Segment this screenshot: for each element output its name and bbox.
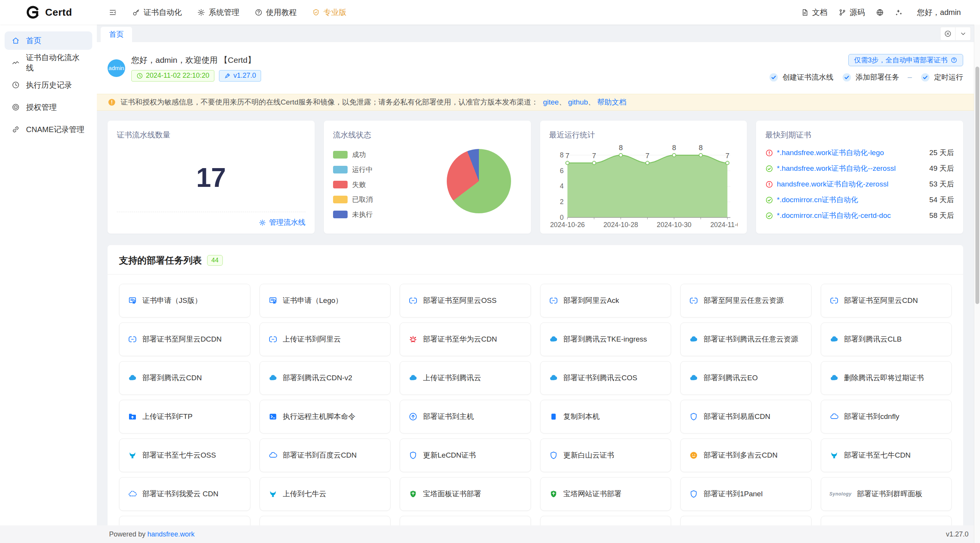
task-label: 部署证书到1Panel: [704, 489, 763, 499]
sidebar-item-执行历史记录[interactable]: 执行历史记录: [5, 76, 92, 94]
tab-home[interactable]: 首页: [101, 27, 132, 42]
setup-steps: 创建证书流水线添加部署任务–定时运行: [769, 72, 963, 82]
task-card-部署到腾讯云EO[interactable]: 部署到腾讯云EO: [680, 361, 812, 395]
svg-text:7: 7: [592, 152, 596, 160]
task-card-部署证书到我爱云 CDN[interactable]: 部署证书到我爱云 CDN: [119, 477, 250, 511]
sidebar-item-首页[interactable]: 首页: [5, 31, 92, 50]
task-card-clipped[interactable]: [260, 516, 391, 525]
task-label: 宝塔面板证书部署: [423, 489, 481, 499]
task-card-上传证书到FTP[interactable]: 上传证书到FTP: [119, 400, 250, 433]
scrollbar-thumb[interactable]: [975, 67, 979, 304]
task-card-部署证书到腾讯云COS[interactable]: 部署证书到腾讯云COS: [540, 361, 671, 395]
nav-item-系统管理[interactable]: 系统管理: [191, 0, 246, 25]
tab-close-button[interactable]: [940, 27, 956, 41]
pipeline-count-card: 证书流水线数量 17 管理流水线: [108, 121, 315, 234]
task-label: 部署证书到群晖面板: [857, 489, 923, 499]
task-card-更新白山云证书[interactable]: 更新白山云证书: [540, 438, 671, 472]
svg-text:7: 7: [725, 152, 729, 160]
task-card-证书申请（Lego）[interactable]: 证书申请（Lego）: [260, 284, 391, 317]
task-card-部署证书到多吉云CDN[interactable]: 部署证书到多吉云CDN: [680, 438, 812, 472]
nav-item-证书自动化[interactable]: 证书自动化: [126, 0, 188, 25]
cert-name-link[interactable]: *.handsfree.work证书自动化--zerossl: [777, 164, 923, 173]
expire-warning-icon: [765, 180, 773, 188]
task-card-部署证书至七牛云OSS[interactable]: 部署证书至七牛云OSS: [119, 438, 250, 472]
task-card-部署证书到主机[interactable]: 部署证书到主机: [400, 400, 531, 433]
task-card-部署证书到腾讯云任意云资源[interactable]: 部署证书到腾讯云任意云资源: [680, 322, 812, 356]
task-card-clipped[interactable]: [540, 516, 671, 525]
task-label: 复制到本机: [564, 412, 600, 422]
task-card-更新LeCDN证书[interactable]: 更新LeCDN证书: [400, 438, 531, 472]
expiring-cert-row: *.handsfree.work证书自动化-lego25 天后: [765, 148, 954, 158]
sidebar-item-证书自动化流水线[interactable]: 证书自动化流水线: [5, 54, 92, 72]
sidebar-item-授权管理[interactable]: 授权管理: [5, 98, 92, 116]
aliyun-icon: [689, 296, 698, 305]
task-card-部署到腾讯云TKE-ingress[interactable]: 部署到腾讯云TKE-ingress: [540, 322, 671, 356]
aliyun-icon: [268, 335, 278, 344]
task-card-部署证书至阿里云DCDN[interactable]: 部署证书至阿里云DCDN: [119, 322, 250, 356]
doge-icon: [689, 451, 698, 460]
task-card-复制到本机[interactable]: 复制到本机: [540, 400, 671, 433]
task-card-部署证书至七牛CDN[interactable]: 部署证书至七牛CDN: [821, 438, 952, 472]
task-label: 上传证书到腾讯云: [423, 373, 481, 383]
cert-name-link[interactable]: *.handsfree.work证书自动化-lego: [777, 148, 923, 158]
alert-link-gitee[interactable]: gitee: [543, 98, 559, 106]
alert-link-github[interactable]: github: [568, 98, 588, 106]
cert-name-link[interactable]: *.docmirror.cn证书自动化-certd-doc: [777, 211, 923, 221]
alert-link-帮助文档[interactable]: 帮助文档: [597, 98, 626, 106]
task-card-部署证书到群晖面板[interactable]: Synology部署证书到群晖面板: [821, 477, 952, 511]
cert-name-link[interactable]: *.docmirror.cn证书自动化: [777, 195, 923, 205]
sidebar-item-label: 首页: [26, 36, 41, 46]
nav-item-使用教程[interactable]: 使用教程: [248, 0, 303, 25]
nav-item-文档[interactable]: 文档: [795, 0, 833, 25]
task-card-部署证书到1Panel[interactable]: 部署证书到1Panel: [680, 477, 812, 511]
task-card-clipped[interactable]: [821, 516, 952, 525]
nav-item-专业版[interactable]: 专业版: [305, 0, 353, 25]
brand[interactable]: Certd: [0, 5, 97, 20]
tab-menu-button[interactable]: [956, 27, 971, 41]
legend-item-未执行[interactable]: 未执行: [333, 210, 522, 219]
doc-icon: [801, 8, 809, 16]
task-card-删除腾讯云即将过期证书[interactable]: 删除腾讯云即将过期证书: [821, 361, 952, 395]
task-card-部署到腾讯云CDN[interactable]: 部署到腾讯云CDN: [119, 361, 250, 395]
task-card-上传到七牛云[interactable]: 上传到七牛云: [260, 477, 391, 511]
chevron-down-icon: [959, 30, 967, 38]
task-card-上传证书到腾讯云[interactable]: 上传证书到腾讯云: [400, 361, 531, 395]
task-card-部署证书至阿里云CDN[interactable]: 部署证书至阿里云CDN: [821, 284, 952, 317]
nav-item-globe-icon[interactable]: [871, 0, 889, 25]
task-card-clipped[interactable]: [680, 516, 812, 525]
nav-item-sparkles-icon[interactable]: [889, 0, 908, 25]
task-card-执行远程主机脚本命令[interactable]: 执行远程主机脚本命令: [260, 400, 391, 433]
sidebar-item-CNAME记录管理[interactable]: CNAME记录管理: [5, 120, 92, 139]
close-circle-icon: [944, 30, 952, 38]
task-card-部署到阿里云Ack[interactable]: 部署到阿里云Ack: [540, 284, 671, 317]
gear-icon: [197, 8, 205, 16]
nav-item-fold[interactable]: [102, 0, 123, 25]
manage-pipelines-link[interactable]: 管理流水线: [259, 218, 305, 227]
scrollbar-track[interactable]: [974, 25, 980, 543]
task-label: 更新白山云证书: [564, 450, 614, 460]
task-card-宝塔网站证书部署[interactable]: 宝塔网站证书部署: [540, 477, 671, 511]
cert-name-link[interactable]: handsfree.work证书自动化-zerossl: [777, 179, 923, 189]
copy-icon: [549, 412, 558, 421]
handsfree-link[interactable]: handsfree.work: [147, 530, 194, 538]
steps-tip-tag[interactable]: 仅需3步，全自动申请部署证书: [848, 54, 963, 66]
task-card-部署证书至阿里云OSS[interactable]: 部署证书至阿里云OSS: [400, 284, 531, 317]
task-card-部署证书至华为云CDN[interactable]: 部署证书至华为云CDN: [400, 322, 531, 356]
task-label: 部署证书至七牛云OSS: [142, 450, 216, 460]
task-card-部署证书到cdnfly[interactable]: 部署证书到cdnfly: [821, 400, 952, 433]
task-card-clipped[interactable]: [119, 516, 250, 525]
task-card-上传证书到阿里云[interactable]: 上传证书到阿里云: [260, 322, 391, 356]
task-card-部署证书到百度云CDN[interactable]: 部署证书到百度云CDN: [260, 438, 391, 472]
task-card-宝塔面板证书部署[interactable]: 宝塔面板证书部署: [400, 477, 531, 511]
avatar[interactable]: admin: [108, 59, 125, 77]
task-card-部署至阿里云任意云资源[interactable]: 部署至阿里云任意云资源: [680, 284, 812, 317]
sidebar-item-label: 证书自动化流水线: [26, 52, 85, 73]
user-greeting[interactable]: 您好，admin: [912, 0, 966, 25]
task-card-部署证书到易盾CDN[interactable]: 部署证书到易盾CDN: [680, 400, 812, 433]
task-card-证书申请（JS版）[interactable]: 证书申请（JS版）: [119, 284, 250, 317]
cert-ok-icon: [765, 165, 773, 173]
task-card-clipped[interactable]: [400, 516, 531, 525]
nav-item-源码[interactable]: 源码: [833, 0, 871, 25]
task-card-部署到腾讯云CLB[interactable]: 部署到腾讯云CLB: [821, 322, 952, 356]
task-card-部署到腾讯云CDN-v2[interactable]: 部署到腾讯云CDN-v2: [260, 361, 391, 395]
